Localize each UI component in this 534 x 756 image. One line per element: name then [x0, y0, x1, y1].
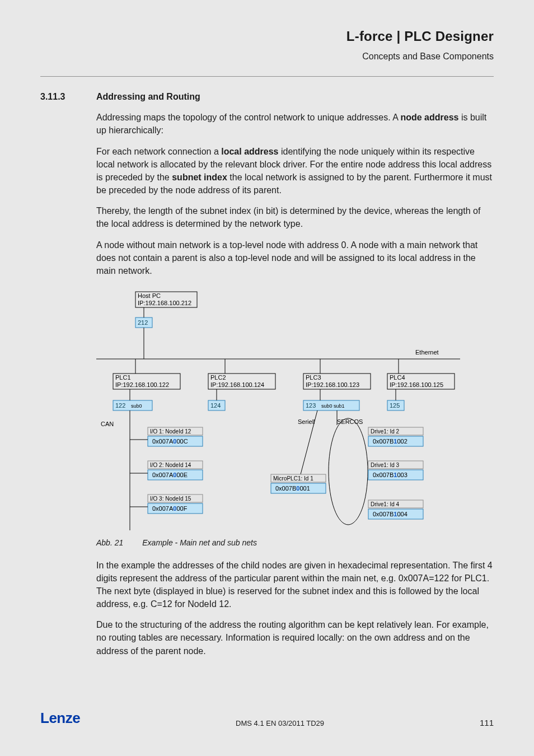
svg-text:Ethernet: Ethernet: [415, 349, 439, 356]
paragraph-3: Thereby, the length of the subnet index …: [96, 204, 494, 230]
svg-text:IP:192.168.100.212: IP:192.168.100.212: [138, 300, 191, 306]
svg-text:IP:192.168.100.124: IP:192.168.100.124: [210, 381, 264, 388]
paragraph-2: For each network connection a local addr…: [96, 145, 494, 197]
paragraph-5: In the example the addresses of the chil…: [96, 559, 494, 611]
paragraph-6: Due to the structuring of the address th…: [96, 618, 494, 657]
svg-text:Drive1: Id 4: Drive1: Id 4: [371, 501, 400, 507]
svg-text:0x007B1003: 0x007B1003: [373, 472, 407, 478]
svg-text:123: 123: [306, 402, 316, 409]
svg-text:CAN: CAN: [101, 421, 114, 427]
paragraph-4: A node without main network is a top-lev…: [96, 239, 494, 278]
svg-text:Drive1: Id 2: Drive1: Id 2: [371, 428, 400, 435]
svg-text:212: 212: [138, 319, 148, 326]
doc-subtitle: Concepts and Base Components: [40, 50, 494, 63]
doc-title: L-force | PLC Designer: [40, 27, 494, 46]
svg-text:MicroPLC1: Id 1: MicroPLC1: Id 1: [273, 475, 313, 482]
svg-text:124: 124: [210, 402, 221, 409]
svg-text:PLC1: PLC1: [115, 374, 131, 381]
svg-text:0x007A000C: 0x007A000C: [152, 438, 188, 445]
svg-text:122: 122: [115, 402, 125, 409]
footer-doc-id: DMS 4.1 EN 03/2011 TD29: [80, 718, 480, 729]
page-number: 111: [480, 717, 494, 729]
svg-text:I/O 1: NodeId 12: I/O 1: NodeId 12: [150, 428, 191, 435]
svg-text:PLC2: PLC2: [210, 374, 226, 381]
svg-text:125: 125: [390, 402, 400, 409]
svg-text:IP:192.168.100.125: IP:192.168.100.125: [390, 381, 443, 388]
svg-text:0x007B1004: 0x007B1004: [373, 511, 407, 517]
section-title: Addressing and Routing: [96, 90, 200, 103]
svg-text:PLC4: PLC4: [390, 374, 405, 381]
paragraph-1: Addressing maps the topology of the cont…: [96, 111, 494, 137]
svg-text:0x007A000F: 0x007A000F: [152, 505, 188, 512]
svg-text:I/O 3: NodeId 15: I/O 3: NodeId 15: [150, 496, 191, 502]
svg-text:IP:192.168.100.123: IP:192.168.100.123: [306, 381, 359, 388]
svg-text:sub0: sub0: [131, 403, 142, 409]
figure-caption: Abb. 21Example - Main net and sub nets: [96, 537, 494, 548]
brand-logo: Lenze: [40, 708, 80, 729]
svg-text:0x007A000E: 0x007A000E: [152, 472, 188, 478]
svg-point-44: [329, 418, 368, 525]
figure-21: Host PC IP:192.168.100.212 212 Ethernet …: [96, 290, 494, 530]
svg-text:Host PC: Host PC: [138, 292, 161, 299]
svg-text:PLC3: PLC3: [306, 374, 321, 381]
svg-text:IP:192.168.100.122: IP:192.168.100.122: [115, 381, 169, 388]
svg-text:Seriell: Seriell: [298, 418, 315, 425]
svg-text:I/O 2: NodeId 14: I/O 2: NodeId 14: [150, 462, 191, 468]
svg-text:0x007B0001: 0x007B0001: [275, 485, 310, 492]
section-number: 3.11.3: [40, 90, 76, 103]
svg-text:0x007B1002: 0x007B1002: [373, 438, 407, 445]
svg-text:sub0  sub1: sub0 sub1: [321, 403, 345, 409]
svg-text:Drive1: Id 3: Drive1: Id 3: [371, 462, 400, 468]
